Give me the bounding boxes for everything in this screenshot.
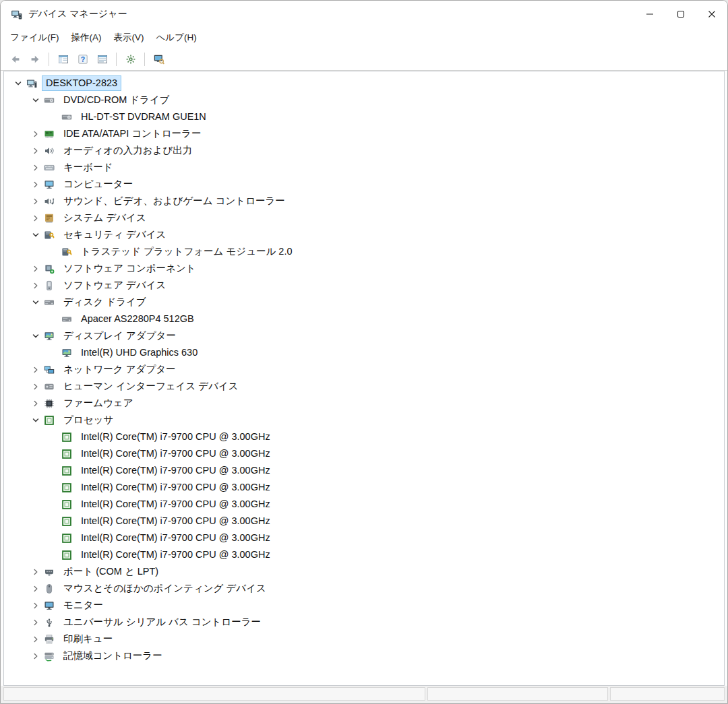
tree-row[interactable]: DVD/CD-ROM ドライブ (4, 92, 724, 108)
tree-item-label[interactable]: モニター (60, 598, 107, 612)
tree-item-label[interactable]: Intel(R) Core(TM) i7-9700 CPU @ 3.00GHz (78, 480, 274, 494)
tree-row[interactable]: Intel(R) Core(TM) i7-9700 CPU @ 3.00GHz (4, 462, 724, 479)
tree-row[interactable]: キーボード (4, 159, 724, 176)
chevron-right-icon[interactable] (28, 197, 43, 206)
tree-item-label[interactable]: ディスク ドライブ (60, 295, 150, 309)
tree-row[interactable]: Intel(R) Core(TM) i7-9700 CPU @ 3.00GHz (4, 479, 724, 496)
tree-row[interactable]: IDE ATA/ATAPI コントローラー (4, 125, 724, 142)
tree-item-label[interactable]: Intel(R) Core(TM) i7-9700 CPU @ 3.00GHz (78, 463, 274, 478)
tree-item-label[interactable]: ディスプレイ アダプター (60, 329, 179, 343)
tree-item-label[interactable]: プロセッサ (60, 413, 117, 427)
tree-row[interactable]: ソフトウェア コンポーネント (4, 260, 724, 277)
minimize-button[interactable] (634, 1, 665, 28)
menu-item-help[interactable]: ヘルプ(H) (150, 29, 203, 46)
tree-row[interactable]: オーディオの入力および出力 (4, 142, 724, 159)
tree-item-label[interactable]: ソフトウェア コンポーネント (60, 261, 200, 276)
tree-row[interactable]: DESKTOP-2823 (4, 75, 724, 92)
tree-item-label[interactable]: Intel(R) UHD Graphics 630 (78, 346, 201, 360)
chevron-right-icon[interactable] (28, 281, 43, 290)
tree-row[interactable]: コンピューター (4, 176, 724, 193)
gear-button[interactable] (121, 50, 140, 68)
tree-item-label[interactable]: Intel(R) Core(TM) i7-9700 CPU @ 3.00GHz (78, 497, 274, 511)
tree-item-label[interactable]: Intel(R) Core(TM) i7-9700 CPU @ 3.00GHz (78, 531, 274, 545)
tree-row[interactable]: Intel(R) UHD Graphics 630 (4, 344, 724, 361)
menu-item-action[interactable]: 操作(A) (65, 29, 108, 46)
tree-item-label[interactable]: キーボード (60, 160, 117, 174)
tree-row[interactable]: Apacer AS2280P4 512GB (4, 311, 724, 327)
tree-row[interactable]: システム デバイス (4, 210, 724, 226)
tree-row[interactable]: HL-DT-ST DVDRAM GUE1N (4, 108, 724, 125)
tree-row[interactable]: プロセッサ (4, 412, 724, 428)
tree-row[interactable]: ファームウェア (4, 395, 724, 412)
chevron-right-icon[interactable] (28, 651, 43, 661)
tree-row[interactable]: Intel(R) Core(TM) i7-9700 CPU @ 3.00GHz (4, 496, 724, 513)
tree-row[interactable]: ユニバーサル シリアル バス コントローラー (4, 614, 724, 631)
tree-item-label[interactable]: トラステッド プラットフォーム モジュール 2.0 (78, 245, 296, 259)
tree-item-label[interactable]: Intel(R) Core(TM) i7-9700 CPU @ 3.00GHz (78, 514, 274, 528)
chevron-right-icon[interactable] (28, 399, 43, 408)
tree-row[interactable]: Intel(R) Core(TM) i7-9700 CPU @ 3.00GHz (4, 445, 724, 462)
chevron-down-icon[interactable] (28, 416, 43, 425)
tree-row[interactable]: Intel(R) Core(TM) i7-9700 CPU @ 3.00GHz (4, 513, 724, 530)
menu-item-view[interactable]: 表示(V) (108, 29, 150, 46)
scan-monitor-button[interactable] (150, 50, 168, 68)
tree-item-label[interactable]: サウンド、ビデオ、およびゲーム コントローラー (60, 194, 289, 208)
tree-item-label[interactable]: 記憶域コントローラー (60, 649, 166, 663)
tree-item-label[interactable]: HL-DT-ST DVDRAM GUE1N (78, 110, 210, 124)
tree-row[interactable]: ディスプレイ アダプター (4, 327, 724, 344)
tree-row[interactable]: ネットワーク アダプター (4, 361, 724, 378)
chevron-right-icon[interactable] (28, 129, 43, 139)
tree-row[interactable]: Intel(R) Core(TM) i7-9700 CPU @ 3.00GHz (4, 530, 724, 546)
tree-item-label[interactable]: 印刷キュー (60, 632, 116, 646)
tree-row[interactable]: マウスとそのほかのポインティング デバイス (4, 580, 724, 597)
properties-button[interactable] (93, 50, 111, 68)
tree-item-label[interactable]: システム デバイス (60, 211, 150, 225)
tree-item-label[interactable]: コンピューター (60, 177, 136, 191)
help-button[interactable]: ? (73, 50, 92, 68)
chevron-right-icon[interactable] (28, 146, 43, 156)
tree-row[interactable]: セキュリティ デバイス (4, 226, 724, 243)
forward-button[interactable] (26, 50, 44, 68)
chevron-right-icon[interactable] (28, 365, 43, 375)
tree-row[interactable]: Intel(R) Core(TM) i7-9700 CPU @ 3.00GHz (4, 428, 724, 445)
tree-item-label[interactable]: IDE ATA/ATAPI コントローラー (60, 127, 204, 141)
tree-item-label[interactable]: ポート (COM と LPT) (60, 565, 162, 579)
tree-item-label[interactable]: Intel(R) Core(TM) i7-9700 CPU @ 3.00GHz (78, 430, 274, 444)
tree-row[interactable]: ポート (COM と LPT) (4, 563, 724, 580)
chevron-down-icon[interactable] (28, 96, 43, 105)
chevron-right-icon[interactable] (28, 382, 43, 391)
tree-row[interactable]: モニター (4, 597, 724, 614)
tree-row[interactable]: ディスク ドライブ (4, 294, 724, 311)
show-console-tree-button[interactable] (54, 50, 72, 68)
tree-item-label[interactable]: ソフトウェア デバイス (60, 278, 169, 292)
chevron-right-icon[interactable] (28, 214, 43, 223)
menu-item-file[interactable]: ファイル(F) (4, 29, 65, 46)
chevron-right-icon[interactable] (28, 584, 43, 594)
back-button[interactable] (6, 50, 24, 68)
tree-row[interactable]: Intel(R) Core(TM) i7-9700 CPU @ 3.00GHz (4, 546, 724, 563)
chevron-down-icon[interactable] (28, 230, 43, 240)
tree-item-label[interactable]: Intel(R) Core(TM) i7-9700 CPU @ 3.00GHz (78, 447, 274, 461)
tree-row[interactable]: 記憶域コントローラー (4, 647, 724, 664)
tree-item-label[interactable]: ユニバーサル シリアル バス コントローラー (60, 615, 264, 629)
chevron-right-icon[interactable] (28, 618, 43, 627)
device-tree[interactable]: DESKTOP-2823DVD/CD-ROM ドライブHL-DT-ST DVDR… (3, 71, 725, 686)
tree-row[interactable]: 印刷キュー (4, 631, 724, 647)
chevron-right-icon[interactable] (28, 163, 43, 172)
tree-item-label[interactable]: セキュリティ デバイス (60, 228, 169, 242)
chevron-right-icon[interactable] (28, 567, 43, 577)
tree-row[interactable]: サウンド、ビデオ、およびゲーム コントローラー (4, 193, 724, 210)
close-button[interactable] (696, 1, 727, 28)
tree-item-label[interactable]: ネットワーク アダプター (60, 362, 179, 377)
chevron-right-icon[interactable] (28, 635, 43, 644)
tree-item-label[interactable]: DESKTOP-2823 (42, 76, 121, 90)
tree-item-label[interactable]: ファームウェア (60, 396, 137, 410)
chevron-right-icon[interactable] (28, 180, 43, 189)
tree-item-label[interactable]: オーディオの入力および出力 (60, 143, 195, 158)
tree-item-label[interactable]: マウスとそのほかのポインティング デバイス (60, 581, 270, 596)
tree-item-label[interactable]: Apacer AS2280P4 512GB (78, 312, 198, 326)
chevron-right-icon[interactable] (28, 264, 43, 274)
chevron-down-icon[interactable] (28, 331, 43, 341)
tree-row[interactable]: ソフトウェア デバイス (4, 277, 724, 294)
tree-item-label[interactable]: ヒューマン インターフェイス デバイス (60, 379, 242, 393)
